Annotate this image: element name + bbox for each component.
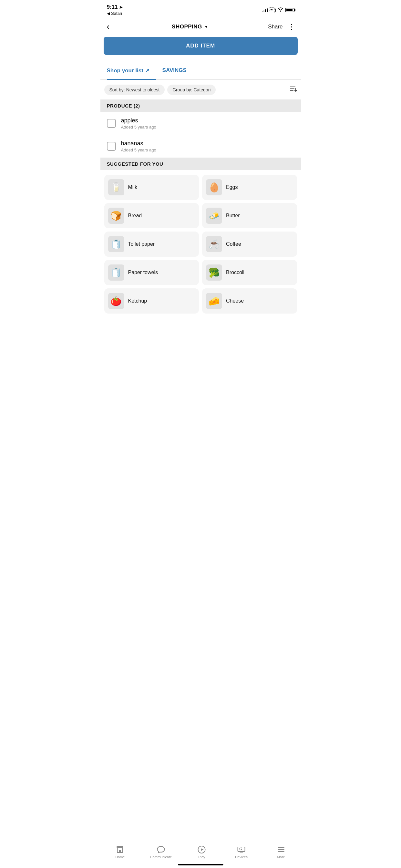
filters-row: Sort by: Newest to oldest Group by: Cate…	[100, 80, 301, 100]
apples-name: apples	[121, 117, 156, 124]
nav-bar: ‹ SHOPPING ▼ Share ⋮	[100, 18, 301, 37]
status-left: 9:11 ➤ ◀ Safari	[107, 4, 123, 16]
group-label: Group by: Categori	[173, 87, 211, 92]
bananas-details: bananas Added 5 years ago	[121, 140, 156, 152]
suggested-item-milk[interactable]: 🥛 Milk	[104, 175, 199, 200]
tab-shop-your-list[interactable]: Shop your list ↗	[107, 65, 156, 80]
suggested-header: SUGGESTED FOR YOU	[100, 158, 301, 170]
suggested-item-cheese[interactable]: 🧀 Cheese	[202, 288, 297, 314]
butter-name: Butter	[226, 213, 240, 219]
page-title: SHOPPING	[172, 24, 202, 30]
apples-meta: Added 5 years ago	[121, 125, 156, 129]
nav-title: SHOPPING ▼	[172, 24, 208, 30]
battery-icon	[285, 8, 295, 12]
toilet-paper-name: Toilet paper	[128, 241, 155, 247]
suggested-item-coffee[interactable]: ☕ Coffee	[202, 231, 297, 257]
produce-category-header: PRODUCE (2)	[100, 100, 301, 112]
group-filter-pill[interactable]: Group by: Categori	[167, 85, 216, 95]
time-display: 9:11	[107, 4, 118, 10]
list-item[interactable]: apples Added 5 years ago	[100, 112, 301, 135]
milk-icon: 🥛	[108, 179, 124, 195]
bananas-name: bananas	[121, 140, 156, 147]
more-options-button[interactable]: ⋮	[288, 23, 295, 31]
tab-savings-label: SAVINGS	[162, 67, 187, 73]
tabs-container: Shop your list ↗ SAVINGS	[100, 58, 301, 80]
produce-category-title: PRODUCE (2)	[107, 103, 140, 108]
butter-icon: 🧈	[206, 208, 222, 224]
more-dots-icon: ⋮	[288, 23, 295, 31]
paper-towels-name: Paper towels	[128, 270, 158, 275]
suggested-item-bread[interactable]: 🍞 Bread	[104, 203, 199, 228]
safari-label: ◀ Safari	[107, 11, 123, 16]
suggested-item-eggs[interactable]: 🥚 Eggs	[202, 175, 297, 200]
nav-actions: Share ⋮	[268, 23, 294, 31]
broccoli-name: Broccoli	[226, 270, 244, 275]
coffee-name: Coffee	[226, 241, 241, 247]
eggs-name: Eggs	[226, 184, 238, 190]
paper-towels-icon: 🧻	[108, 265, 124, 281]
bread-name: Bread	[128, 213, 142, 219]
list-item[interactable]: bananas Added 5 years ago	[100, 135, 301, 158]
dropdown-arrow-icon[interactable]: ▼	[204, 25, 208, 29]
bananas-checkbox[interactable]	[107, 142, 116, 151]
suggested-item-paper-towels[interactable]: 🧻 Paper towels	[104, 260, 199, 285]
share-label: Share	[268, 24, 282, 30]
bananas-meta: Added 5 years ago	[121, 148, 156, 152]
add-item-button[interactable]: ADD ITEM	[104, 37, 298, 55]
bread-icon: 🍞	[108, 208, 124, 224]
wifi-icon: )	[270, 7, 283, 12]
sort-filter-pill[interactable]: Sort by: Newest to oldest	[104, 85, 165, 95]
cheese-name: Cheese	[226, 298, 244, 304]
tab-shop-label: Shop your list ↗	[107, 67, 150, 73]
coffee-icon: ☕	[206, 236, 222, 252]
status-bar: 9:11 ➤ ◀ Safari )	[100, 0, 301, 18]
status-right: )	[262, 7, 294, 12]
sort-order-icon[interactable]	[289, 86, 297, 94]
cheese-icon: 🧀	[206, 293, 222, 309]
suggested-item-ketchup[interactable]: 🍅 Ketchup	[104, 288, 199, 314]
broccoli-icon: 🥦	[206, 265, 222, 281]
milk-name: Milk	[128, 184, 137, 190]
apples-checkbox[interactable]	[107, 119, 116, 128]
eggs-icon: 🥚	[206, 179, 222, 195]
ketchup-icon: 🍅	[108, 293, 124, 309]
suggested-item-butter[interactable]: 🧈 Butter	[202, 203, 297, 228]
suggested-grid: 🥛 Milk 🥚 Eggs 🍞 Bread 🧈 Butter 🧻 Toilet …	[100, 170, 301, 318]
location-icon: ➤	[119, 5, 123, 10]
ketchup-name: Ketchup	[128, 298, 147, 304]
suggested-item-toilet-paper[interactable]: 🧻 Toilet paper	[104, 231, 199, 257]
share-button[interactable]: Share	[268, 24, 282, 30]
add-item-label: ADD ITEM	[186, 42, 215, 49]
status-time: 9:11 ➤	[107, 4, 123, 10]
back-button[interactable]: ‹	[107, 20, 112, 33]
suggested-title: SUGGESTED FOR YOU	[107, 161, 163, 166]
signal-icon	[262, 8, 268, 12]
suggested-item-broccoli[interactable]: 🥦 Broccoli	[202, 260, 297, 285]
sort-label: Sort by: Newest to oldest	[110, 87, 160, 92]
apples-details: apples Added 5 years ago	[121, 117, 156, 129]
back-arrow-icon: ‹	[107, 22, 110, 31]
tab-savings[interactable]: SAVINGS	[162, 65, 193, 80]
toilet-paper-icon: 🧻	[108, 236, 124, 252]
